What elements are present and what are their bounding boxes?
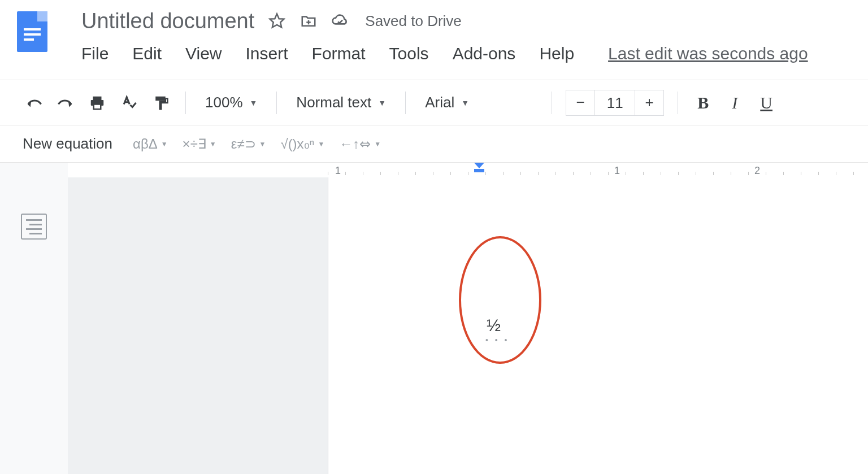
italic-button[interactable]: I (723, 92, 746, 114)
toolbar-separator (552, 92, 552, 114)
equation-toolbar: New equation αβΔ▼ ×÷∃▼ ε≠⊃▼ √()x₀ⁿ▼ ←↑⇔▼ (0, 125, 868, 163)
move-folder-icon[interactable] (300, 12, 318, 30)
svg-marker-0 (270, 14, 284, 28)
equation-fraction[interactable]: ½ (487, 316, 501, 335)
menu-help[interactable]: Help (539, 44, 574, 63)
cloud-saved-icon[interactable] (331, 12, 349, 30)
header: Untitled document Saved to Drive File Ed… (0, 0, 868, 80)
title-area: Untitled document Saved to Drive File Ed… (81, 10, 808, 63)
caret-down-icon: ▼ (161, 140, 168, 148)
eq-relations-dropdown[interactable]: ε≠⊃▼ (231, 136, 266, 152)
menu-file[interactable]: File (81, 44, 108, 63)
new-equation-button[interactable]: New equation (23, 135, 112, 153)
caret-down-icon: ▼ (378, 98, 386, 107)
document-outline-button[interactable] (21, 214, 47, 240)
toolbar-separator (185, 92, 186, 114)
toolbar-separator (276, 92, 277, 114)
svg-rect-5 (94, 104, 101, 109)
equation-handle[interactable]: • • • (485, 336, 509, 345)
document-title[interactable]: Untitled document (81, 10, 254, 32)
star-icon[interactable] (268, 12, 286, 30)
caret-down-icon: ▼ (259, 140, 266, 148)
menu-bar: File Edit View Insert Format Tools Add-o… (81, 44, 808, 63)
caret-down-icon: ▼ (210, 140, 216, 148)
font-size-increase-button[interactable]: + (635, 90, 663, 115)
bold-button[interactable]: B (692, 92, 714, 114)
page[interactable]: ½ • • • (328, 177, 868, 474)
undo-button[interactable] (23, 92, 45, 114)
title-row: Untitled document Saved to Drive (81, 10, 808, 32)
paint-format-button[interactable] (149, 92, 172, 114)
underline-button[interactable]: U (755, 92, 778, 114)
outline-rail (0, 163, 68, 474)
menu-format[interactable]: Format (312, 44, 366, 63)
last-edit-link[interactable]: Last edit was seconds ago (608, 44, 808, 63)
eq-operators-dropdown[interactable]: ×÷∃▼ (183, 136, 216, 152)
ruler-number: 2 (754, 165, 760, 177)
workspace: 1123 ½ • • • (0, 163, 868, 474)
svg-rect-6 (155, 96, 166, 101)
print-button[interactable] (86, 92, 108, 114)
menu-tools[interactable]: Tools (389, 44, 429, 63)
ruler-number: 1 (335, 165, 341, 177)
font-family-value: Arial (425, 94, 454, 111)
paragraph-style-select[interactable]: Normal text ▼ (290, 94, 392, 111)
font-size-value[interactable]: 11 (595, 90, 635, 115)
caret-down-icon: ▼ (461, 98, 469, 107)
menu-view[interactable]: View (185, 44, 222, 63)
menu-addons[interactable]: Add-ons (453, 44, 516, 63)
toolbar-separator (678, 92, 678, 114)
eq-arrows-dropdown[interactable]: ←↑⇔▼ (339, 136, 381, 152)
main-toolbar: 100% ▼ Normal text ▼ Arial ▼ − 11 + B I … (0, 80, 868, 125)
font-family-select[interactable]: Arial ▼ (419, 94, 538, 111)
caret-down-icon: ▼ (374, 140, 381, 148)
ruler-number: 1 (614, 165, 620, 177)
font-size-stepper: − 11 + (566, 90, 664, 116)
font-size-decrease-button[interactable]: − (566, 90, 595, 115)
document-area: 1123 ½ • • • (68, 163, 868, 474)
menu-edit[interactable]: Edit (132, 44, 162, 63)
svg-rect-3 (93, 96, 102, 99)
docs-logo-icon[interactable] (17, 11, 47, 52)
page-gutter (68, 177, 328, 474)
zoom-value: 100% (205, 94, 243, 111)
save-status: Saved to Drive (365, 12, 462, 30)
ruler[interactable]: 1123 (68, 163, 868, 178)
caret-down-icon: ▼ (250, 98, 258, 107)
eq-math-dropdown[interactable]: √()x₀ⁿ▼ (280, 136, 324, 152)
spellcheck-button[interactable] (118, 92, 140, 114)
eq-greek-dropdown[interactable]: αβΔ▼ (133, 136, 168, 152)
zoom-select[interactable]: 100% ▼ (199, 94, 263, 111)
redo-button[interactable] (54, 92, 77, 114)
indent-marker[interactable] (474, 163, 484, 172)
toolbar-separator (405, 92, 406, 114)
caret-down-icon: ▼ (318, 140, 324, 148)
paragraph-style-value: Normal text (296, 94, 371, 111)
menu-insert[interactable]: Insert (246, 44, 288, 63)
